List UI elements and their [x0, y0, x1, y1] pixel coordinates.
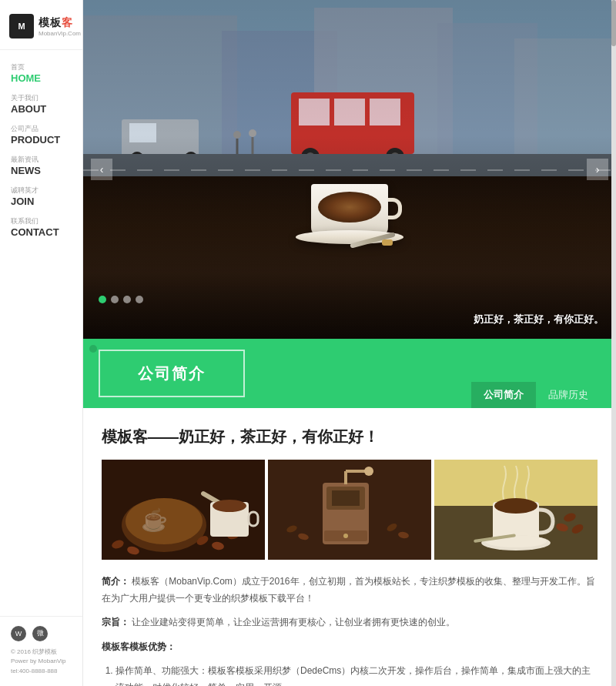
nav-sub-label: 诚聘英才 [11, 186, 72, 196]
nav-sub-label: 关于我们 [11, 93, 72, 103]
nav-sub-label: 最新资讯 [11, 155, 72, 165]
slider-dots [99, 296, 143, 303]
nav-main-label: CONTACT [11, 226, 72, 238]
cup-coffee [318, 192, 381, 223]
slider-arrow-right[interactable]: › [587, 159, 608, 180]
section-tab-0[interactable]: 公司简介 [471, 382, 536, 408]
section-icon-text: 公司简介 [138, 363, 206, 384]
intro-text: 简介： 模板客（MobanVip.Com）成立于2016年，创立初期，首为模板站… [102, 574, 598, 607]
svg-point-35 [213, 500, 246, 512]
nav-sub-label: 公司产品 [11, 124, 72, 134]
gradient-overlay [83, 0, 616, 339]
nav-sub-label: 联系我们 [11, 216, 72, 226]
hero-scene [83, 0, 616, 339]
section-header: 公司简介 公司简介品牌历史 [83, 339, 616, 408]
sidebar-top: M 模板客 MobanVip.Com 首页 HOME关于我们 ABOUT公司产品… [0, 0, 83, 686]
svg-point-43 [364, 467, 373, 476]
slider-dot-2[interactable] [123, 296, 131, 303]
section-tab-1[interactable]: 品牌历史 [536, 382, 601, 408]
sidebar-item-contact[interactable]: 联系我们 CONTACT [0, 212, 82, 243]
nav-main-label: NEWS [11, 165, 72, 176]
section-tabs: 公司简介品牌历史 [471, 339, 616, 408]
brand-name-cn: 模板客 [38, 16, 81, 30]
sidebar-item-about[interactable]: 关于我们 ABOUT [0, 89, 82, 119]
nav-main-label: JOIN [11, 196, 72, 207]
slogan-text: 宗旨： 让企业建站变得更简单，让企业运营拥有更核心，让创业者拥有更快速的创业。 [102, 614, 598, 631]
svg-point-55 [494, 498, 537, 514]
logo-icon-text: M [18, 22, 25, 31]
nav-main-label: HOME [11, 72, 72, 84]
photo-cell-3 [434, 460, 598, 560]
sidebar-item-join[interactable]: 诚聘英才 JOIN [0, 181, 82, 212]
slider-caption: 奶正好，茶正好，有你正好。 [474, 313, 604, 326]
nav-main-label: PRODUCT [11, 134, 72, 146]
about-section: 公司简介 公司简介品牌历史 模板客——奶正好，茶正好，有你正好！ ☕ [83, 339, 616, 686]
nav-main-label: ABOUT [11, 103, 72, 115]
sidebar-item-product[interactable]: 公司产品 PRODUCT [0, 119, 82, 150]
brand-name-en: MobanVip.Com [38, 30, 81, 37]
slider-arrow-left[interactable]: ‹ [91, 159, 112, 180]
footer-copyright: © 2016 织梦模板 Power by MobanVip tel:400-88… [11, 648, 72, 677]
slider-dot-1[interactable] [111, 296, 119, 303]
coffee-grinder-photo [268, 460, 431, 560]
coffee-cup-steam-photo [434, 460, 598, 560]
svg-text:☕: ☕ [141, 507, 168, 533]
coffee-beans-photo: ☕ [102, 460, 265, 560]
photo-grid: ☕ [102, 460, 598, 560]
advantage-item-0: 操作简单、功能强大：模板客模板采用织梦（DedeCms）内核二次开发，操作后台，… [116, 663, 598, 686]
logo-text: 模板客 MobanVip.Com [38, 16, 81, 37]
header-dot [89, 345, 97, 353]
sidebar-item-news[interactable]: 最新资讯 NEWS [0, 150, 82, 181]
photo-cell-2 [268, 460, 431, 560]
advantages-list: 操作简单、功能强大：模板客模板采用织梦（DedeCms）内核二次开发，操作后台，… [116, 663, 598, 686]
nav-top: 首页 HOME关于我们 ABOUT公司产品 PRODUCT最新资讯 NEWS诚聘… [0, 50, 82, 250]
svg-point-45 [343, 534, 348, 538]
scrollbar[interactable] [611, 0, 616, 686]
slider-dot-3[interactable] [136, 296, 143, 303]
weibo-icon[interactable]: W [11, 626, 26, 641]
section-icon-box: 公司简介 [99, 350, 245, 397]
main-content: ‹ › 奶正好，茶正好，有你正好。 公司简介 公司简介品牌历史 模板客——奶正好… [83, 0, 616, 686]
sidebar-item-home[interactable]: 首页 HOME [0, 58, 82, 89]
logo-icon: M [9, 14, 34, 38]
logo: M 模板客 MobanVip.Com [0, 0, 82, 50]
content-title: 模板客——奶正好，茶正好，有你正好！ [102, 427, 598, 447]
wechat-icon[interactable]: 微 [32, 626, 48, 641]
cookie [382, 239, 393, 246]
hero-slider: ‹ › 奶正好，茶正好，有你正好。 [83, 0, 616, 339]
sidebar-footer: W 微 © 2016 织梦模板 Power by MobanVip tel:40… [0, 616, 82, 686]
advantages-label: 模板客模板优势： [102, 639, 598, 656]
content-area: 模板客——奶正好，茶正好，有你正好！ ☕ [83, 408, 616, 686]
photo-cell-1: ☕ [102, 460, 265, 560]
slider-dot-0[interactable] [99, 296, 106, 303]
nav-sub-label: 首页 [11, 62, 72, 72]
scroll-thumb[interactable] [611, 0, 616, 46]
coffee-cup [296, 230, 403, 244]
social-icons: W 微 [11, 626, 72, 641]
svg-rect-40 [332, 490, 360, 506]
